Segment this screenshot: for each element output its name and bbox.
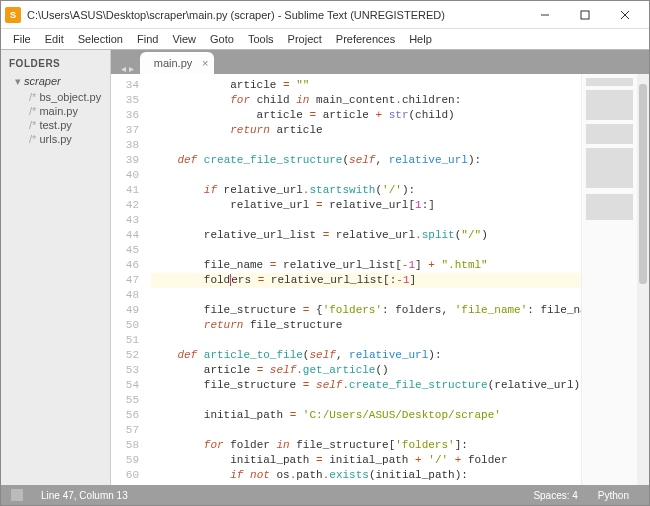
app-icon: S: [5, 7, 21, 23]
status-icon: [11, 489, 23, 501]
sidebar-file[interactable]: urls.py: [1, 132, 110, 146]
tab-nav-arrows[interactable]: ◂ ▸: [115, 63, 140, 74]
tabbar: ◂ ▸ main.py ×: [111, 50, 649, 74]
code-area[interactable]: article = "" for child in main_content.c…: [145, 74, 581, 485]
status-position[interactable]: Line 47, Column 13: [31, 490, 138, 501]
sidebar: FOLDERS scraper bs_object.pymain.pytest.…: [1, 50, 111, 485]
menu-preferences[interactable]: Preferences: [330, 32, 401, 46]
editor-wrap: ◂ ▸ main.py × 34353637383940414243444546…: [111, 50, 649, 485]
menu-goto[interactable]: Goto: [204, 32, 240, 46]
sidebar-file[interactable]: test.py: [1, 118, 110, 132]
scrollbar-thumb[interactable]: [639, 84, 647, 284]
svg-rect-1: [581, 11, 589, 19]
sidebar-file[interactable]: bs_object.py: [1, 90, 110, 104]
close-button[interactable]: [605, 1, 645, 29]
maximize-button[interactable]: [565, 1, 605, 29]
editor[interactable]: 3435363738394041424344454647484950515253…: [111, 74, 649, 485]
close-icon[interactable]: ×: [202, 57, 208, 69]
main-area: FOLDERS scraper bs_object.pymain.pytest.…: [1, 49, 649, 485]
minimap[interactable]: [581, 74, 637, 485]
tab-label: main.py: [154, 57, 193, 69]
line-gutter: 3435363738394041424344454647484950515253…: [111, 74, 145, 485]
menu-project[interactable]: Project: [282, 32, 328, 46]
menu-find[interactable]: Find: [131, 32, 164, 46]
minimize-button[interactable]: [525, 1, 565, 29]
menubar: FileEditSelectionFindViewGotoToolsProjec…: [1, 29, 649, 49]
tab-main-py[interactable]: main.py ×: [140, 52, 215, 74]
menu-edit[interactable]: Edit: [39, 32, 70, 46]
menu-tools[interactable]: Tools: [242, 32, 280, 46]
status-spaces[interactable]: Spaces: 4: [523, 490, 587, 501]
titlebar: S C:\Users\ASUS\Desktop\scraper\main.py …: [1, 1, 649, 29]
statusbar: Line 47, Column 13 Spaces: 4 Python: [1, 485, 649, 505]
menu-file[interactable]: File: [7, 32, 37, 46]
menu-selection[interactable]: Selection: [72, 32, 129, 46]
sidebar-header: FOLDERS: [1, 54, 110, 73]
window-title: C:\Users\ASUS\Desktop\scraper\main.py (s…: [27, 9, 525, 21]
sidebar-folder[interactable]: scraper: [1, 73, 110, 90]
vertical-scrollbar[interactable]: [637, 74, 649, 485]
menu-view[interactable]: View: [166, 32, 202, 46]
menu-help[interactable]: Help: [403, 32, 438, 46]
status-lang[interactable]: Python: [588, 490, 639, 501]
sidebar-file[interactable]: main.py: [1, 104, 110, 118]
